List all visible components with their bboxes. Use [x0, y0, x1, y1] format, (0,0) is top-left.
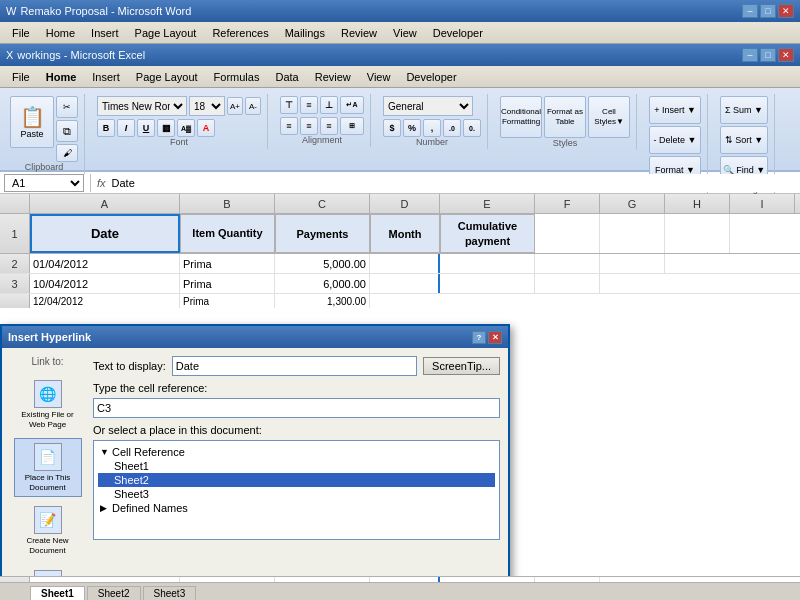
word-menu-mailings[interactable]: Mailings: [277, 25, 333, 41]
word-app-icon: W: [6, 5, 16, 17]
word-maximize-btn[interactable]: □: [760, 4, 776, 18]
insert-hyperlink-dialog: Insert Hyperlink ? ✕ Link to: 🌐 Existing…: [0, 324, 510, 600]
word-menu-file[interactable]: File: [4, 25, 38, 41]
link-type-existing-label: Existing File or Web Page: [19, 410, 77, 429]
dialog-title-icons: ? ✕: [472, 331, 502, 344]
create-new-icon: 📝: [34, 506, 62, 534]
excel-window: X workings - Microsoft Excel – □ ✕ File …: [0, 44, 800, 600]
dialog-title-bar: Insert Hyperlink ? ✕: [2, 326, 508, 348]
word-menu-review[interactable]: Review: [333, 25, 385, 41]
text-to-display-label: Text to display:: [93, 360, 166, 372]
sheet-tab-sheet2[interactable]: Sheet2: [87, 586, 141, 600]
cell-reference-section-label: Type the cell reference:: [93, 382, 500, 394]
cell-reference-row: [93, 398, 500, 418]
sheet1-label: Sheet1: [114, 460, 149, 472]
sheet-tabs: Sheet1 Sheet2 Sheet3: [0, 582, 800, 600]
place-in-doc-icon: 📄: [34, 443, 62, 471]
link-type-create-label: Create New Document: [19, 536, 77, 555]
screentip-button[interactable]: ScreenTip...: [423, 357, 500, 375]
tree-item-cell-reference[interactable]: ▼ Cell Reference: [98, 445, 495, 459]
dialog-title-text: Insert Hyperlink: [8, 331, 91, 343]
link-to-label: Link to:: [31, 356, 63, 367]
tree-item-defined-names[interactable]: ▶ Defined Names: [98, 501, 495, 515]
existing-file-icon: 🌐: [34, 380, 62, 408]
sheet-tab-sheet3[interactable]: Sheet3: [143, 586, 197, 600]
dialog-close-btn[interactable]: ✕: [488, 331, 502, 344]
tree-item-sheet3[interactable]: Sheet3: [98, 487, 495, 501]
word-menubar: File Home Insert Page Layout References …: [0, 22, 800, 44]
select-place-label: Or select a place in this document:: [93, 424, 500, 436]
tree-item-sheet1[interactable]: Sheet1: [98, 459, 495, 473]
defined-names-expand-icon: ▶: [100, 503, 112, 513]
defined-names-label: Defined Names: [112, 502, 188, 514]
text-to-display-input[interactable]: [172, 356, 417, 376]
document-tree[interactable]: ▼ Cell Reference Sheet1 Sheet2 Sheet3: [93, 440, 500, 540]
cell-reference-input[interactable]: [93, 398, 500, 418]
sheet-tab-sheet1[interactable]: Sheet1: [30, 586, 85, 600]
tree-item-sheet2[interactable]: Sheet2: [98, 473, 495, 487]
expand-icon: ▼: [100, 447, 112, 457]
word-menu-view[interactable]: View: [385, 25, 425, 41]
link-type-place-in-doc[interactable]: 📄 Place in This Document: [14, 438, 82, 497]
word-title-text: Remako Proposal - Microsoft Word: [20, 5, 191, 17]
word-menu-pagelayout[interactable]: Page Layout: [127, 25, 205, 41]
dialog-main: Text to display: ScreenTip... Type the c…: [93, 356, 500, 600]
bottom-bar: Sheet1 Sheet2 Sheet3: [0, 582, 800, 600]
word-title-bar: W Remako Proposal - Microsoft Word – □ ✕: [0, 0, 800, 22]
word-minimize-btn[interactable]: –: [742, 4, 758, 18]
sheet2-label: Sheet2: [114, 474, 149, 486]
sheet3-label: Sheet3: [114, 488, 149, 500]
dialog-overlay: Insert Hyperlink ? ✕ Link to: 🌐 Existing…: [0, 44, 800, 600]
word-menu-insert[interactable]: Insert: [83, 25, 127, 41]
word-close-btn[interactable]: ✕: [778, 4, 794, 18]
word-menu-home[interactable]: Home: [38, 25, 83, 41]
link-type-existing-file[interactable]: 🌐 Existing File or Web Page: [14, 375, 82, 434]
dialog-sidebar: Link to: 🌐 Existing File or Web Page 📄 P…: [10, 356, 85, 600]
dialog-body: Link to: 🌐 Existing File or Web Page 📄 P…: [2, 348, 508, 600]
word-window-controls: – □ ✕: [742, 4, 794, 18]
tree-item-label: Cell Reference: [112, 446, 185, 458]
link-type-place-label: Place in This Document: [19, 473, 77, 492]
word-title-left: W Remako Proposal - Microsoft Word: [6, 5, 191, 17]
word-menu-developer[interactable]: Developer: [425, 25, 491, 41]
text-to-display-row: Text to display: ScreenTip...: [93, 356, 500, 376]
word-menu-references[interactable]: References: [204, 25, 276, 41]
dialog-help-btn[interactable]: ?: [472, 331, 486, 344]
link-type-create-new[interactable]: 📝 Create New Document: [14, 501, 82, 560]
